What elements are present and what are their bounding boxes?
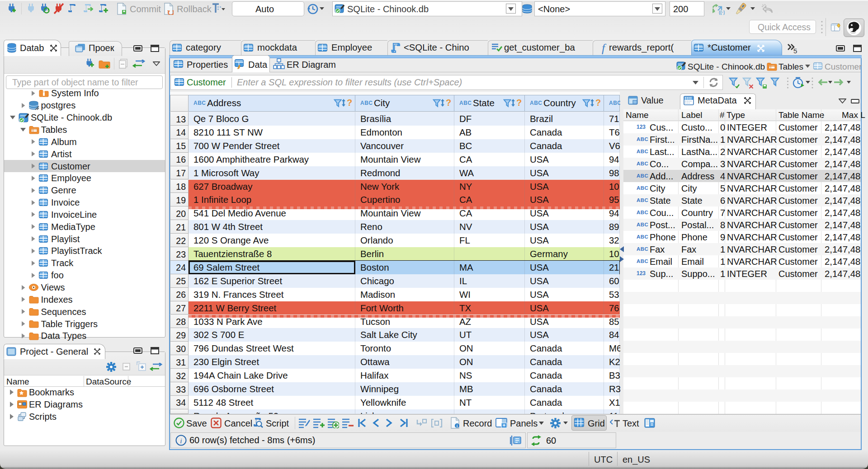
svg-text:i: i — [457, 424, 458, 428]
svg-text:((·)): ((·)) — [719, 10, 725, 15]
svg-text:5: 5 — [793, 47, 797, 54]
svg-text:i: i — [180, 437, 182, 445]
